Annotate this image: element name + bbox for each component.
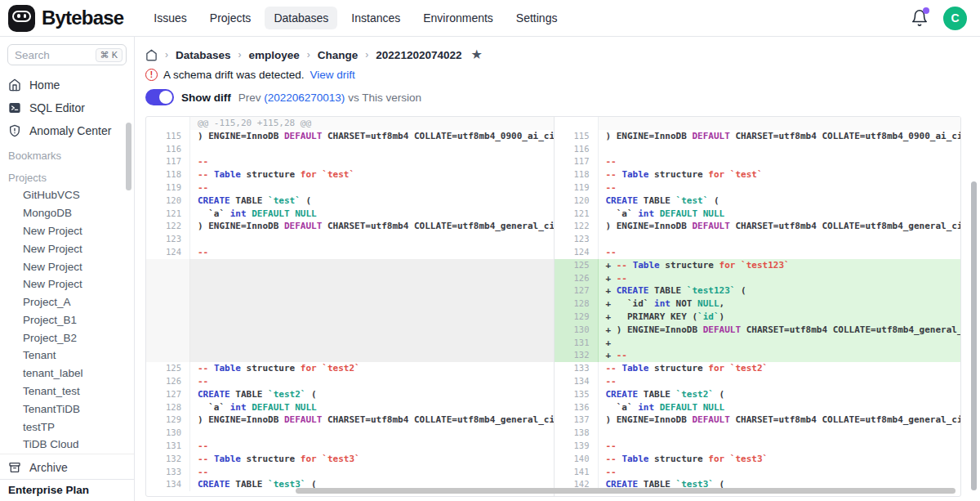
terminal-icon [8,101,21,114]
bookmark-star-icon[interactable]: ★ [470,48,482,61]
show-diff-toggle[interactable] [145,89,174,105]
sidebar-scrollbar[interactable] [126,123,131,190]
line-number: 125 [555,259,599,272]
diff-line-previous: 122) ENGINE=InnoDB DEFAULT CHARSET=utf8m… [146,220,554,233]
breadcrumb: ›Databases›employee›Change›2022120207402… [145,48,980,61]
archive-icon [8,461,21,474]
code-text: -- Table structure for `test` [599,168,961,181]
line-number: 123 [146,233,190,246]
project-item[interactable]: MongoDB [0,204,134,222]
search-input[interactable]: Search ⌘ K [7,44,127,65]
project-item[interactable]: Project_B1 [0,311,134,329]
code-text: CREATE TABLE `test` ( [190,195,554,208]
diff-line-current: 126+ -- [555,272,961,285]
code-text: -- [190,155,554,168]
breadcrumb-item[interactable]: employee [249,49,300,61]
code-text [190,427,554,440]
avatar[interactable]: C [943,7,967,30]
line-number: 141 [555,466,599,479]
project-item[interactable]: GitHubVCS [0,186,134,204]
line-number: 121 [146,208,190,221]
diff-line-current: 116 [555,143,961,156]
show-diff-label: Show diff [181,92,231,104]
diff-line-previous: 116 [146,143,554,156]
project-item[interactable]: Tenant [0,347,134,365]
diff-line-current: 137) ENGINE=InnoDB DEFAULT CHARSET=utf8m… [555,414,961,427]
project-item[interactable]: TenantTiDB [0,400,134,418]
project-item[interactable]: TiDB Cloud [0,436,134,454]
notifications-button[interactable] [911,9,929,27]
search-shortcut-badge: ⌘ K [96,48,122,62]
nav-item-issues[interactable]: Issues [145,7,195,29]
nav-item-environments[interactable]: Environments [414,7,502,29]
main-content: ›Databases›employee›Change›2022120207402… [135,37,980,501]
project-item[interactable]: New Project [0,222,134,240]
project-item[interactable]: Project_A [0,293,134,311]
diff-panel-previous: @@ -115,20 +115,28 @@115) ENGINE=InnoDB … [146,117,554,496]
line-number: 120 [146,195,190,208]
sidebar-item-sql-editor[interactable]: SQL Editor [0,96,134,119]
home-breadcrumb-icon[interactable] [145,49,158,61]
logo-eye-right [24,14,27,18]
breadcrumb-item[interactable]: Databases [176,49,231,61]
project-item[interactable]: testTP [0,418,134,436]
line-number [146,337,190,350]
sidebar-item-anomaly-center[interactable]: Anomaly Center [0,119,134,142]
view-drift-link[interactable]: View drift [310,69,355,81]
nav-item-instances[interactable]: Instances [342,7,409,29]
project-item[interactable]: Project_B2 [0,329,134,347]
code-text: -- [599,155,961,168]
breadcrumb-item[interactable]: 20221202074022 [376,49,461,61]
sidebar-item-home[interactable]: Home [0,74,134,96]
line-number: 115 [146,130,190,143]
nav-item-settings[interactable]: Settings [507,7,567,29]
line-number: 134 [146,478,190,491]
breadcrumb-separator: › [165,49,168,60]
diff-line-previous: 123 [146,233,554,246]
diff-line-current: 118-- Table structure for `test` [555,168,961,181]
nav-item-projects[interactable]: Projects [201,7,261,29]
project-item[interactable]: tenant_label [0,365,134,382]
breadcrumb-item[interactable]: Change [318,49,359,61]
code-text [190,284,554,297]
search-placeholder: Search [15,49,92,61]
bookmarks-section-label: Bookmarks [0,142,134,164]
project-item[interactable]: New Project [0,275,134,293]
sidebar-item-archive[interactable]: Archive [0,454,134,480]
code-text [190,337,554,350]
code-text: -- [190,246,554,259]
diff-line-current: 124-- [555,246,961,259]
diff-panel-current: 115) ENGINE=InnoDB DEFAULT CHARSET=utf8m… [554,117,961,496]
diff-line-previous: 120CREATE TABLE `test` ( [146,195,554,208]
diff-line-current: 121 `a` int DEFAULT NULL [555,208,961,221]
schema-diff-viewer: @@ -115,20 +115,28 @@115) ENGINE=InnoDB … [145,116,961,497]
diff-horizontal-scrollbar[interactable] [296,488,956,494]
diff-line-current: 139-- [555,440,961,453]
project-item[interactable]: Tenant_test [0,382,134,400]
diff-line-previous: 121 `a` int DEFAULT NULL [146,208,554,221]
code-text: `a` int DEFAULT NULL [599,208,961,221]
line-number: 131 [146,440,190,453]
code-text: + CREATE TABLE `test123` ( [599,284,961,297]
line-number [146,259,190,272]
project-item[interactable]: New Project [0,239,134,257]
breadcrumb-items: ›Databases›employee›Change›2022120207402… [165,49,461,61]
code-text: -- [599,246,961,259]
prev-version-link[interactable]: (202206270013) [264,92,345,104]
diff-line-previous: 127CREATE TABLE `test2` ( [146,388,554,401]
line-number [146,297,190,311]
page-vertical-scrollbar[interactable] [971,181,977,490]
line-number [146,349,190,362]
diff-line-previous [146,349,554,362]
diff-line-previous: 131-- [146,440,554,453]
code-text [599,143,961,156]
warning-icon: ! [145,69,158,81]
code-text [599,117,961,130]
code-text [599,427,961,440]
project-item[interactable]: New Project [0,257,134,275]
code-text: -- Table structure for `test3` [190,453,554,466]
line-number: 132 [146,453,190,466]
line-number [146,117,190,130]
nav-item-databases[interactable]: Databases [265,7,337,29]
bytebase-logo[interactable]: Bytebase [8,5,123,32]
